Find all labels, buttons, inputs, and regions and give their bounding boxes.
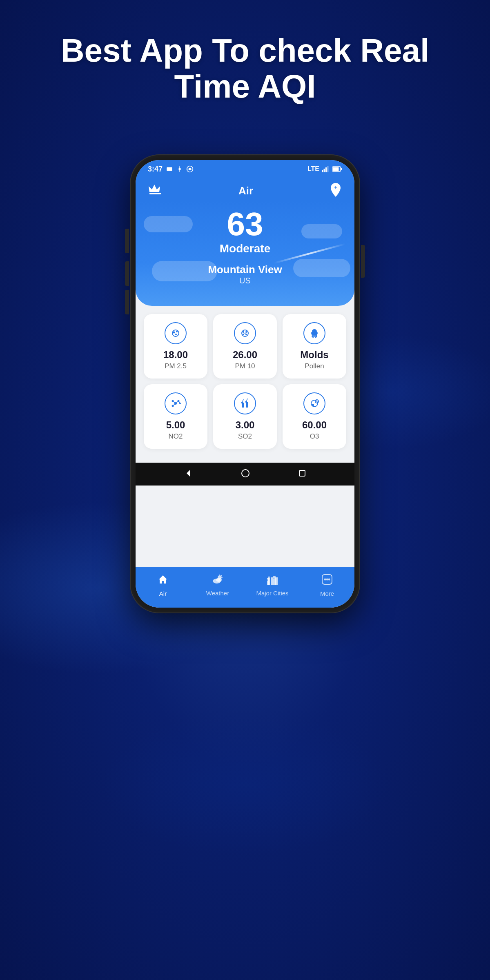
pm25-svg: [170, 327, 181, 339]
svg-rect-56: [267, 580, 268, 581]
air-nav-label: Air: [159, 590, 167, 597]
add-location-button[interactable]: +: [329, 182, 342, 200]
crown-svg: [148, 184, 163, 195]
notification-icon: [166, 165, 173, 173]
svg-rect-12: [333, 167, 339, 171]
svg-line-32: [176, 401, 178, 403]
no2-value: 5.00: [150, 419, 201, 431]
phone-screen: 3:47: [136, 160, 354, 608]
svg-rect-14: [149, 193, 161, 194]
pollen-svg: [309, 327, 320, 339]
status-right: LTE: [307, 165, 342, 173]
pm25-name: PM 2.5: [150, 362, 201, 370]
metrics-section: 18.00 PM 2.5: [136, 298, 354, 463]
back-svg: [184, 469, 192, 477]
svg-point-25: [245, 333, 246, 334]
weather-nav-icon: [212, 574, 224, 588]
svg-line-46: [221, 575, 222, 576]
svg-point-18: [176, 331, 178, 332]
metric-card-o3: 60.00 O3: [283, 384, 346, 449]
svg-rect-9: [325, 167, 327, 172]
network-label: LTE: [307, 165, 319, 173]
o3-icon: [303, 392, 325, 414]
svg-point-49: [216, 578, 222, 582]
svg-rect-37: [246, 402, 248, 408]
phone-outer-shell: 3:47: [131, 155, 359, 612]
svg-rect-52: [271, 577, 273, 585]
svg-point-63: [326, 578, 328, 580]
svg-rect-0: [167, 167, 172, 171]
status-left: 3:47: [148, 165, 194, 174]
air-nav-icon: [157, 574, 169, 588]
pollen-icon: [303, 322, 325, 344]
svg-rect-55: [267, 579, 268, 580]
svg-point-35: [179, 403, 181, 404]
svg-point-21: [243, 331, 244, 333]
so2-name: SO2: [219, 432, 271, 441]
pokeball-icon: [186, 165, 194, 173]
svg-point-23: [243, 334, 244, 335]
o3-name: O3: [289, 432, 340, 441]
aqi-card: 63 Moderate Mountain View US: [136, 200, 354, 306]
svg-rect-59: [275, 577, 276, 577]
city-country: US: [148, 276, 342, 285]
svg-line-33: [173, 403, 176, 406]
svg-rect-13: [341, 168, 342, 170]
o3-svg: [309, 398, 320, 409]
metrics-row-1: 18.00 PM 2.5: [144, 314, 346, 379]
svg-point-66: [242, 470, 249, 477]
no2-icon: [165, 392, 187, 414]
android-back-button[interactable]: [184, 469, 192, 479]
nav-item-major-cities[interactable]: Major Cities: [245, 567, 300, 608]
svg-point-64: [328, 578, 330, 580]
svg-rect-8: [324, 169, 325, 172]
svg-point-62: [324, 578, 326, 580]
android-home-button[interactable]: [241, 469, 250, 480]
app-header: Air +: [136, 178, 354, 200]
bottom-nav: Air: [136, 567, 354, 608]
headline-line1: Best App To check Real: [61, 32, 429, 69]
crown-icon[interactable]: [148, 184, 163, 198]
headline-line2: Time AQI: [174, 68, 316, 105]
metrics-row-2: 5.00 NO2: [144, 384, 346, 449]
svg-rect-7: [322, 170, 323, 172]
signal-icon: [322, 166, 330, 172]
status-bar: 3:47: [136, 160, 354, 178]
battery-icon: [332, 166, 342, 172]
svg-rect-67: [299, 470, 305, 476]
nav-item-weather[interactable]: Weather: [190, 567, 245, 608]
metric-card-no2: 5.00 NO2: [144, 384, 207, 449]
star-icon: [176, 166, 183, 172]
metric-card-so2: 3.00 SO2: [213, 384, 277, 449]
android-nav-bar: [136, 463, 354, 486]
svg-point-19: [175, 334, 177, 335]
pm10-icon: [234, 322, 256, 344]
metric-card-pm10: 26.00 PM 10: [213, 314, 277, 379]
svg-point-42: [312, 404, 314, 406]
svg-point-17: [173, 332, 175, 334]
svg-rect-58: [274, 577, 274, 577]
aqi-label: Moderate: [148, 242, 342, 255]
home-circle-svg: [241, 469, 250, 478]
svg-point-6: [189, 168, 191, 170]
metric-card-pm25: 18.00 PM 2.5: [144, 314, 207, 379]
cities-nav-icon: [266, 574, 278, 588]
pm10-name: PM 10: [219, 362, 271, 370]
pm25-value: 18.00: [150, 349, 201, 361]
svg-rect-60: [274, 578, 274, 579]
cities-nav-label: Major Cities: [256, 590, 288, 597]
so2-icon: [234, 392, 256, 414]
nav-item-more[interactable]: More: [300, 567, 354, 608]
o3-value: 60.00: [289, 419, 340, 431]
android-recents-button[interactable]: [298, 470, 306, 479]
cities-svg: [266, 574, 278, 585]
svg-point-1: [178, 168, 180, 170]
metric-card-pollen: Molds Pollen: [283, 314, 346, 379]
pm25-icon: [165, 322, 187, 344]
svg-point-22: [245, 331, 247, 333]
recents-svg: [298, 470, 306, 477]
pm10-value: 26.00: [219, 349, 271, 361]
so2-value: 3.00: [219, 419, 271, 431]
nav-item-air[interactable]: Air: [136, 567, 190, 608]
location-plus-svg: +: [329, 182, 342, 197]
